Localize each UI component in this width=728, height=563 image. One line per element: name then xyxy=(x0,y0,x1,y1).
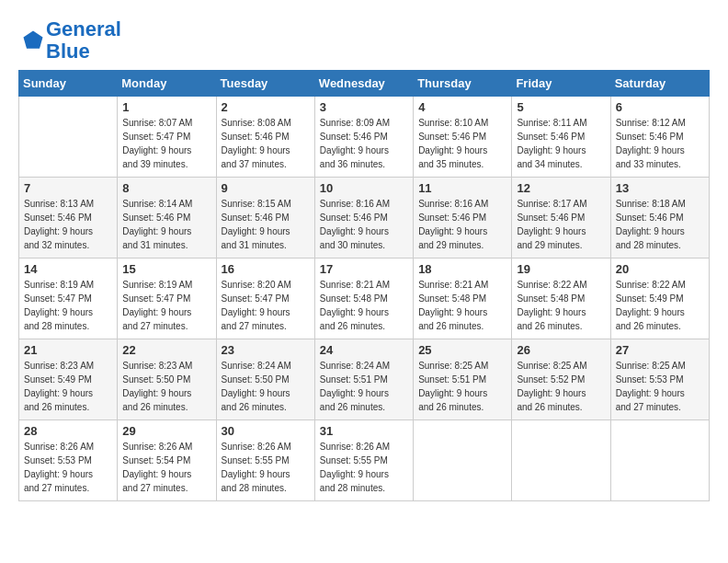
calendar-cell xyxy=(414,420,512,501)
day-info: Sunrise: 8:14 AM Sunset: 5:46 PM Dayligh… xyxy=(122,197,210,252)
calendar-cell: 26Sunrise: 8:25 AM Sunset: 5:52 PM Dayli… xyxy=(512,339,610,420)
day-number: 25 xyxy=(418,343,506,357)
day-info: Sunrise: 8:21 AM Sunset: 5:48 PM Dayligh… xyxy=(320,278,408,333)
day-info: Sunrise: 8:22 AM Sunset: 5:49 PM Dayligh… xyxy=(616,278,704,333)
day-info: Sunrise: 8:07 AM Sunset: 5:47 PM Dayligh… xyxy=(122,116,210,171)
day-number: 7 xyxy=(24,181,112,195)
day-info: Sunrise: 8:20 AM Sunset: 5:47 PM Dayligh… xyxy=(222,278,310,333)
day-info: Sunrise: 8:23 AM Sunset: 5:49 PM Dayligh… xyxy=(24,359,112,414)
day-info: Sunrise: 8:19 AM Sunset: 5:47 PM Dayligh… xyxy=(122,278,210,333)
day-number: 31 xyxy=(320,424,408,438)
calendar-cell: 17Sunrise: 8:21 AM Sunset: 5:48 PM Dayli… xyxy=(314,259,413,339)
day-number: 21 xyxy=(24,343,112,357)
day-info: Sunrise: 8:25 AM Sunset: 5:53 PM Dayligh… xyxy=(616,359,704,414)
day-number: 24 xyxy=(320,343,408,357)
day-number: 10 xyxy=(320,181,408,195)
calendar-cell: 30Sunrise: 8:26 AM Sunset: 5:55 PM Dayli… xyxy=(216,420,314,501)
logo: General Blue xyxy=(18,18,121,63)
calendar-cell xyxy=(19,97,118,178)
day-number: 23 xyxy=(222,343,310,357)
day-number: 27 xyxy=(616,343,704,357)
logo-text: General Blue xyxy=(46,18,121,63)
day-info: Sunrise: 8:26 AM Sunset: 5:55 PM Dayligh… xyxy=(222,440,310,495)
logo-icon xyxy=(20,28,46,53)
day-number: 14 xyxy=(24,262,112,276)
day-info: Sunrise: 8:21 AM Sunset: 5:48 PM Dayligh… xyxy=(418,278,506,333)
calendar-cell: 19Sunrise: 8:22 AM Sunset: 5:48 PM Dayli… xyxy=(512,259,610,339)
day-number: 13 xyxy=(616,181,704,195)
day-number: 26 xyxy=(517,343,605,357)
day-number: 20 xyxy=(616,262,704,276)
day-number: 30 xyxy=(222,424,310,438)
day-number: 5 xyxy=(517,100,605,114)
svg-marker-0 xyxy=(24,31,43,49)
day-number: 18 xyxy=(418,262,506,276)
day-info: Sunrise: 8:17 AM Sunset: 5:46 PM Dayligh… xyxy=(517,197,605,252)
day-info: Sunrise: 8:26 AM Sunset: 5:53 PM Dayligh… xyxy=(24,440,112,495)
day-number: 3 xyxy=(320,100,408,114)
day-info: Sunrise: 8:13 AM Sunset: 5:46 PM Dayligh… xyxy=(24,197,112,252)
day-number: 17 xyxy=(320,262,408,276)
day-info: Sunrise: 8:11 AM Sunset: 5:46 PM Dayligh… xyxy=(517,116,605,171)
calendar-cell: 20Sunrise: 8:22 AM Sunset: 5:49 PM Dayli… xyxy=(610,259,709,339)
weekday-header-wednesday: Wednesday xyxy=(314,71,413,97)
calendar-cell: 13Sunrise: 8:18 AM Sunset: 5:46 PM Dayli… xyxy=(610,178,709,259)
day-number: 4 xyxy=(418,100,506,114)
calendar-cell: 27Sunrise: 8:25 AM Sunset: 5:53 PM Dayli… xyxy=(610,339,709,420)
calendar-cell: 29Sunrise: 8:26 AM Sunset: 5:54 PM Dayli… xyxy=(118,420,216,501)
calendar-week-row: 7Sunrise: 8:13 AM Sunset: 5:46 PM Daylig… xyxy=(19,178,710,259)
day-info: Sunrise: 8:22 AM Sunset: 5:48 PM Dayligh… xyxy=(517,278,605,333)
day-number: 16 xyxy=(222,262,310,276)
calendar-cell: 18Sunrise: 8:21 AM Sunset: 5:48 PM Dayli… xyxy=(414,259,512,339)
calendar-cell: 15Sunrise: 8:19 AM Sunset: 5:47 PM Dayli… xyxy=(118,259,216,339)
calendar-cell: 11Sunrise: 8:16 AM Sunset: 5:46 PM Dayli… xyxy=(414,178,512,259)
weekday-header-monday: Monday xyxy=(118,71,216,97)
day-number: 9 xyxy=(222,181,310,195)
calendar-cell: 23Sunrise: 8:24 AM Sunset: 5:50 PM Dayli… xyxy=(216,339,314,420)
day-info: Sunrise: 8:19 AM Sunset: 5:47 PM Dayligh… xyxy=(24,278,112,333)
day-info: Sunrise: 8:24 AM Sunset: 5:50 PM Dayligh… xyxy=(222,359,310,414)
calendar-week-row: 1Sunrise: 8:07 AM Sunset: 5:47 PM Daylig… xyxy=(19,97,710,178)
day-number: 22 xyxy=(122,343,210,357)
header: General Blue xyxy=(18,15,710,63)
day-number: 28 xyxy=(24,424,112,438)
weekday-header-tuesday: Tuesday xyxy=(216,71,314,97)
day-info: Sunrise: 8:18 AM Sunset: 5:46 PM Dayligh… xyxy=(616,197,704,252)
calendar-cell: 6Sunrise: 8:12 AM Sunset: 5:46 PM Daylig… xyxy=(610,97,709,178)
calendar-cell: 21Sunrise: 8:23 AM Sunset: 5:49 PM Dayli… xyxy=(19,339,118,420)
calendar-week-row: 21Sunrise: 8:23 AM Sunset: 5:49 PM Dayli… xyxy=(19,339,710,420)
day-number: 19 xyxy=(517,262,605,276)
day-number: 15 xyxy=(122,262,210,276)
calendar-cell: 5Sunrise: 8:11 AM Sunset: 5:46 PM Daylig… xyxy=(512,97,610,178)
day-info: Sunrise: 8:12 AM Sunset: 5:46 PM Dayligh… xyxy=(616,116,704,171)
calendar-cell xyxy=(610,420,709,501)
calendar-cell: 2Sunrise: 8:08 AM Sunset: 5:46 PM Daylig… xyxy=(216,97,314,178)
weekday-header-friday: Friday xyxy=(512,71,610,97)
calendar-cell: 8Sunrise: 8:14 AM Sunset: 5:46 PM Daylig… xyxy=(118,178,216,259)
day-info: Sunrise: 8:16 AM Sunset: 5:46 PM Dayligh… xyxy=(418,197,506,252)
logo-blue: Blue xyxy=(46,40,90,63)
calendar-cell: 4Sunrise: 8:10 AM Sunset: 5:46 PM Daylig… xyxy=(414,97,512,178)
calendar-table: SundayMondayTuesdayWednesdayThursdayFrid… xyxy=(18,70,710,501)
day-number: 12 xyxy=(517,181,605,195)
calendar-week-row: 28Sunrise: 8:26 AM Sunset: 5:53 PM Dayli… xyxy=(19,420,710,501)
calendar-cell xyxy=(512,420,610,501)
day-info: Sunrise: 8:15 AM Sunset: 5:46 PM Dayligh… xyxy=(222,197,310,252)
calendar-cell: 24Sunrise: 8:24 AM Sunset: 5:51 PM Dayli… xyxy=(314,339,413,420)
day-info: Sunrise: 8:25 AM Sunset: 5:52 PM Dayligh… xyxy=(517,359,605,414)
day-info: Sunrise: 8:25 AM Sunset: 5:51 PM Dayligh… xyxy=(418,359,506,414)
calendar-cell: 10Sunrise: 8:16 AM Sunset: 5:46 PM Dayli… xyxy=(314,178,413,259)
day-info: Sunrise: 8:16 AM Sunset: 5:46 PM Dayligh… xyxy=(320,197,408,252)
day-info: Sunrise: 8:26 AM Sunset: 5:54 PM Dayligh… xyxy=(122,440,210,495)
day-info: Sunrise: 8:26 AM Sunset: 5:55 PM Dayligh… xyxy=(320,440,408,495)
calendar-cell: 28Sunrise: 8:26 AM Sunset: 5:53 PM Dayli… xyxy=(19,420,118,501)
weekday-header-row: SundayMondayTuesdayWednesdayThursdayFrid… xyxy=(19,71,710,97)
day-number: 8 xyxy=(122,181,210,195)
calendar-cell: 1Sunrise: 8:07 AM Sunset: 5:47 PM Daylig… xyxy=(118,97,216,178)
day-info: Sunrise: 8:23 AM Sunset: 5:50 PM Dayligh… xyxy=(122,359,210,414)
calendar-cell: 14Sunrise: 8:19 AM Sunset: 5:47 PM Dayli… xyxy=(19,259,118,339)
calendar-cell: 22Sunrise: 8:23 AM Sunset: 5:50 PM Dayli… xyxy=(118,339,216,420)
day-number: 11 xyxy=(418,181,506,195)
day-number: 29 xyxy=(122,424,210,438)
calendar-cell: 3Sunrise: 8:09 AM Sunset: 5:46 PM Daylig… xyxy=(314,97,413,178)
